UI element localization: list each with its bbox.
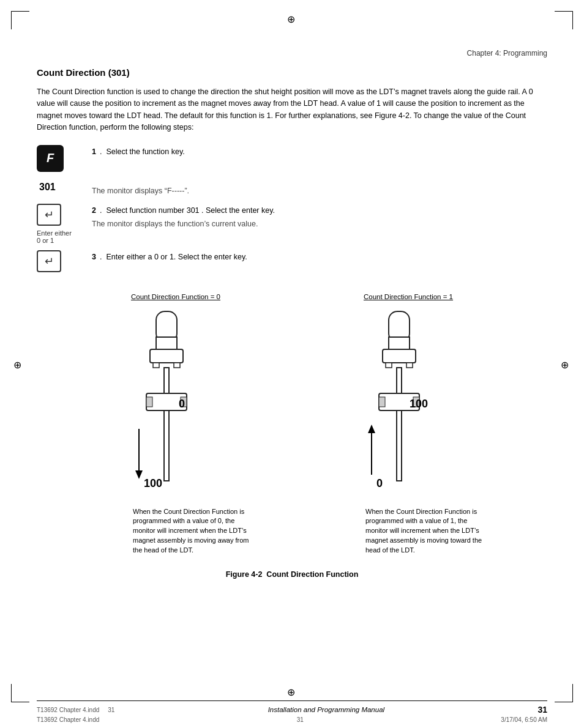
diagram-right: Count Direction Function = 1 [310, 293, 506, 556]
function-code-label: 301 [39, 182, 56, 193]
f-key-label: F [47, 151, 54, 165]
svg-rect-20 [379, 397, 385, 407]
enter-key-icon-1: ↵ [37, 204, 61, 226]
body-text: The Count Direction function is used to … [37, 86, 547, 134]
step-3-dot: . [100, 253, 106, 261]
diagram-left-svg: 0 100 [78, 306, 274, 502]
svg-rect-14 [389, 337, 410, 349]
step-3-icon-col: ↵ [37, 250, 92, 275]
footer-filename: T13692 Chapter 4.indd [37, 707, 99, 713]
step-2-icon-col: ↵ Enter either0 or 1 [37, 204, 92, 244]
diagrams-row: Count Direction Function = 0 [78, 293, 506, 556]
footer-left: T13692 Chapter 4.indd 31 [37, 707, 114, 713]
enter-key-icon-2: ↵ [37, 250, 61, 272]
diagram-right-caption: Count Direction Function = 1 [364, 293, 453, 300]
svg-rect-17 [406, 363, 413, 368]
corner-mark-tl [11, 11, 29, 29]
step-1-instruction: 1. Select the function key. [92, 146, 547, 158]
footer-manual-title: Installation and Programming Manual [268, 706, 385, 713]
reg-mark-left [13, 359, 23, 369]
page-content: Chapter 4: Programming Count Direction (… [37, 49, 547, 691]
step-1-row: F 1. Select the function key. [37, 145, 547, 176]
chapter-header: Chapter 4: Programming [37, 49, 547, 60]
step-1b-row: 301 The monitor displays “F-----”. [37, 182, 547, 198]
step-1-number: 1 [92, 147, 96, 156]
f-key-icon: F [37, 145, 64, 172]
figure-label: Figure 4-2 Count Direction Function [226, 570, 359, 579]
figure-label-number: Figure 4-2 [226, 570, 263, 579]
section-title-text: Count Direction (301) [37, 67, 130, 78]
diagram-left-caption: Count Direction Function = 0 [131, 293, 220, 300]
figure-label-title: Count Direction Function [266, 570, 358, 579]
reg-mark-bottom [287, 686, 297, 696]
section-title: Count Direction (301) [37, 67, 547, 78]
step-3-row: ↵ 3. Enter either a 0 or 1. Select the e… [37, 250, 547, 275]
step-2-text: 2. Select function number 301 . Select t… [92, 204, 547, 231]
diagram-left: Count Direction Function = 0 [78, 293, 274, 556]
step-2-row: ↵ Enter either0 or 1 2. Select function … [37, 204, 547, 244]
step-2-monitor-display: The monitor displays the function’s curr… [92, 218, 547, 230]
diagram-right-desc: When the Count Direction Function is pro… [365, 507, 488, 556]
svg-rect-18 [397, 368, 402, 481]
svg-marker-11 [135, 470, 143, 479]
footer-page-number: 31 [537, 705, 547, 715]
page-footer: T13692 Chapter 4.indd 31 Installation an… [37, 700, 547, 715]
svg-rect-3 [153, 363, 159, 368]
step-1b-text: The monitor displays “F-----”. [92, 182, 547, 197]
enter-key-label: Enter either0 or 1 [37, 229, 72, 244]
svg-rect-4 [174, 363, 180, 368]
corner-mark-bl [11, 684, 29, 702]
step-3-number: 3 [92, 253, 96, 261]
step-3-instruction: 3. Enter either a 0 or 1. Select the ent… [92, 251, 547, 263]
step-1-monitor-display: The monitor displays “F-----”. [92, 185, 547, 197]
body-text-content: The Count Direction function is used to … [37, 87, 533, 132]
diagram-right-svg: 100 0 [310, 306, 506, 502]
svg-text:100: 100 [144, 477, 162, 489]
reg-mark-right [561, 359, 571, 369]
bottom-date: 3/17/04, 6:50 AM [501, 716, 547, 723]
svg-marker-24 [368, 425, 375, 433]
chapter-header-text: Chapter 4: Programming [467, 49, 547, 58]
svg-rect-5 [164, 368, 169, 481]
corner-mark-br [555, 684, 573, 702]
svg-text:0: 0 [376, 477, 383, 489]
step-2-number: 2 [92, 206, 96, 215]
step-2-dot: . [100, 206, 106, 215]
corner-mark-tr [555, 11, 573, 29]
figure-area: Count Direction Function = 0 [37, 293, 547, 579]
svg-rect-2 [150, 349, 183, 363]
step-3-instruction-text: Enter either a 0 or 1. Select the enter … [106, 253, 247, 261]
step-1-dot: . [100, 147, 106, 156]
step-2-instruction: 2. Select function number 301 . Select t… [92, 205, 547, 217]
svg-text:0: 0 [179, 398, 185, 410]
step-2-instruction-text: Select function number 301 . Select the … [106, 206, 275, 215]
steps-area: F 1. Select the function key. 301 The mo… [37, 145, 547, 281]
bottom-info: T13692 Chapter 4.indd 31 3/17/04, 6:50 A… [37, 716, 547, 723]
bottom-page-num: 31 [297, 716, 304, 723]
footer-page-inner: 31 [108, 707, 114, 713]
bottom-filename: T13692 Chapter 4.indd [37, 716, 99, 723]
svg-text:100: 100 [410, 398, 428, 410]
reg-mark-top [287, 13, 297, 23]
step-1-instruction-text: Select the function key. [106, 147, 184, 156]
svg-rect-7 [146, 397, 152, 407]
svg-rect-15 [383, 349, 416, 363]
step-1-icon-col: F [37, 145, 92, 176]
step-3-text: 3. Enter either a 0 or 1. Select the ent… [92, 250, 547, 263]
svg-rect-16 [386, 363, 392, 368]
footer-center: Installation and Programming Manual [268, 706, 385, 713]
step-1b-icon-col: 301 [37, 182, 92, 198]
svg-rect-1 [156, 337, 177, 349]
diagram-left-desc: When the Count Direction Function is pro… [133, 507, 255, 556]
footer-page-num-text: 31 [537, 705, 547, 715]
step-1-text: 1. Select the function key. [92, 145, 547, 158]
